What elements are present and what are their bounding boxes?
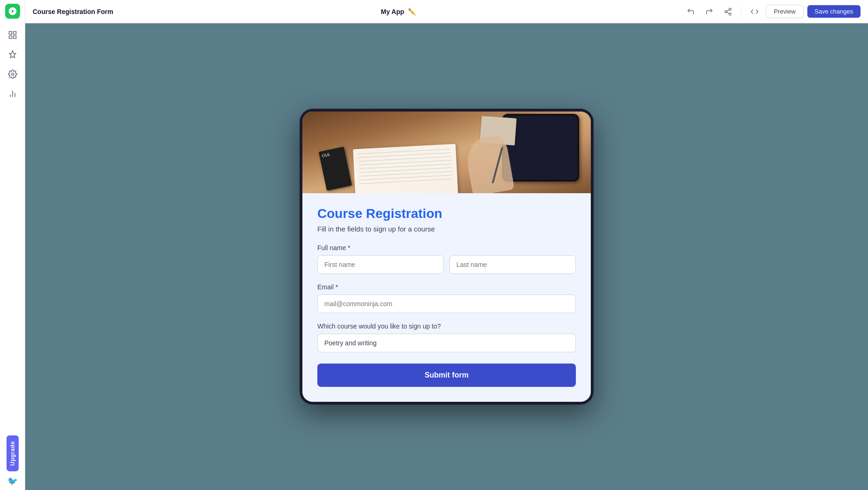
device-frame: OUL Course Registration Fill [300,109,594,405]
hero-image: OUL [302,112,591,193]
last-name-input[interactable] [449,255,576,274]
chart-icon [8,89,17,98]
undo-icon [686,7,695,16]
svg-line-11 [727,12,729,14]
form-title: Course Registration [317,206,576,221]
form-content: Course Registration Fill in the fields t… [302,193,591,402]
course-group: Which course would you like to sign up t… [317,322,576,352]
svg-point-4 [11,73,14,76]
course-label: Which course would you like to sign up t… [317,322,576,330]
topbar-actions: Preview Save changes [683,4,861,19]
settings-icon [8,70,17,79]
email-group: Email * [317,283,576,313]
submit-button[interactable]: Submit form [317,364,576,387]
preview-button[interactable]: Preview [766,5,803,18]
save-button[interactable]: Save changes [807,5,861,18]
page-title: Course Registration Form [33,8,113,15]
first-name-input[interactable] [317,255,444,274]
edit-icon[interactable]: ✏️ [408,8,416,15]
svg-point-9 [725,10,728,13]
svg-rect-3 [13,36,16,39]
share-button[interactable] [721,4,735,19]
app-logo[interactable] [5,4,20,19]
bird-icon: 🐦 [7,476,18,486]
email-label: Email * [317,283,576,291]
redo-icon [705,7,714,16]
svg-line-12 [727,9,729,11]
full-name-group: Full name * [317,244,576,274]
sidebar-item-settings[interactable] [4,65,21,83]
canvas: OUL Course Registration Fill [25,23,868,490]
topbar-center: My App ✏️ [119,8,678,15]
form-subtitle: Fill in the fields to sign up for a cour… [317,225,576,233]
svg-rect-1 [13,32,16,35]
code-icon [750,7,759,16]
full-name-label: Full name * [317,244,576,252]
logo-icon [8,7,17,16]
sidebar: Upgrade 🐦 [0,0,25,490]
pin-icon [8,50,17,59]
app-name: My App [381,8,404,15]
sidebar-item-pin[interactable] [4,46,21,63]
sidebar-item-grid[interactable] [4,26,21,44]
grid-icon [8,30,17,40]
topbar-divider [741,6,742,17]
upgrade-button[interactable]: Upgrade [7,435,19,471]
undo-button[interactable] [683,4,698,19]
topbar: Course Registration Form My App ✏️ [25,0,868,23]
svg-rect-0 [9,32,12,35]
code-button[interactable] [747,4,762,19]
svg-rect-2 [9,36,12,39]
course-input[interactable] [317,334,576,352]
svg-point-8 [729,8,732,10]
sidebar-item-chart[interactable] [4,85,21,103]
svg-point-10 [729,13,732,15]
main-area: Course Registration Form My App ✏️ [25,0,868,490]
device-screen: OUL Course Registration Fill [302,112,591,402]
name-row [317,255,576,274]
share-icon [724,7,732,16]
email-input[interactable] [317,294,576,313]
sidebar-nav [4,26,21,486]
redo-button[interactable] [702,4,717,19]
